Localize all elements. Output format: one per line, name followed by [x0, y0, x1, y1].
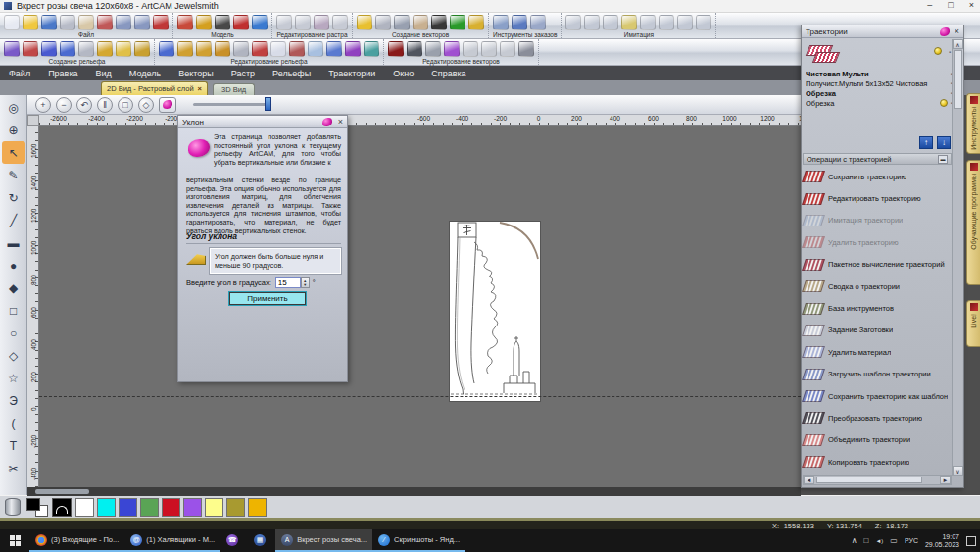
relief-paper-icon[interactable]	[270, 41, 286, 57]
vector-flash-icon[interactable]	[357, 15, 372, 30]
envelope-tool[interactable]: ◆	[2, 276, 25, 299]
previous-view-button[interactable]: ↶	[76, 97, 92, 113]
bitmap-grid-icon[interactable]	[450, 15, 466, 30]
rectangle-tool[interactable]: □	[2, 299, 25, 322]
color-swatch[interactable]	[226, 498, 245, 517]
tab-2d-view[interactable]: 2D Вид - Растровый слой ×	[101, 81, 208, 95]
relief-envelope-icon[interactable]	[233, 41, 249, 57]
color-swatch[interactable]	[205, 498, 223, 517]
nesting-icon[interactable]	[431, 15, 447, 30]
zoom-slider-thumb[interactable]	[265, 97, 271, 111]
sim-tool-icon[interactable]	[621, 15, 637, 30]
vec-trim-icon[interactable]	[500, 41, 515, 57]
new-file-icon[interactable]	[4, 15, 20, 30]
relief-blob-icon[interactable]	[23, 41, 38, 57]
menu-item[interactable]: Векторы	[170, 69, 222, 78]
zoom-slider[interactable]	[193, 103, 271, 106]
dialog-title-bar[interactable]: Уклон ×	[178, 116, 347, 128]
menu-item[interactable]: Правка	[39, 69, 86, 78]
sim-reset-icon[interactable]	[640, 15, 656, 30]
order-tool-1-icon[interactable]	[493, 15, 509, 30]
relief-facet-icon[interactable]	[326, 41, 342, 57]
vector-arc-icon[interactable]	[375, 15, 391, 30]
model-lamp-icon[interactable]	[233, 15, 249, 30]
undo-icon[interactable]	[116, 15, 131, 30]
paste-icon[interactable]	[97, 15, 113, 30]
vec-mirror-icon[interactable]	[407, 41, 422, 57]
angle-input[interactable]	[275, 277, 301, 288]
draft-wizard-button[interactable]	[159, 97, 176, 113]
vector-brush-icon[interactable]	[413, 15, 428, 30]
toolpath-item[interactable]: Чистовая Мульти ▪	[806, 69, 953, 78]
toolpath-operation[interactable]: Копировать траекторию	[804, 451, 951, 473]
toolpath-item[interactable]: Обрезка ▪	[806, 98, 953, 108]
panel-title-bar[interactable]: Траектории ×	[802, 25, 963, 38]
tab-close-icon[interactable]: ×	[198, 84, 202, 93]
color-swatch[interactable]	[75, 498, 94, 517]
collapse-button[interactable]: ▬	[938, 155, 948, 164]
vec-transform-icon[interactable]	[518, 41, 534, 57]
clock[interactable]: 19:07 29.05.2023	[925, 533, 959, 549]
vec-wrap-icon[interactable]	[425, 41, 441, 57]
open-file-icon[interactable]	[23, 15, 38, 30]
relief-stack-icon[interactable]	[134, 41, 150, 57]
color-swatch[interactable]	[140, 498, 159, 517]
toolpath-visibility-bulb[interactable]	[940, 99, 948, 107]
toolpath-operation[interactable]: Сводка о траектории	[804, 276, 951, 297]
relief-smooth-icon[interactable]	[159, 41, 174, 57]
move-up-button[interactable]: ↑	[919, 136, 933, 149]
raster-magic-icon[interactable]	[314, 15, 329, 30]
polygon-tool[interactable]: ◇	[2, 344, 25, 367]
relief-star-icon[interactable]	[41, 41, 57, 57]
toolpath-operation[interactable]: Сохранить траекторию как шаблон	[804, 385, 951, 407]
taskbar-artcam[interactable]: A Вкрест розы свеча...	[275, 529, 372, 552]
model-sphere-icon[interactable]	[252, 15, 268, 30]
vector-snip-icon[interactable]	[394, 15, 410, 30]
line-tool[interactable]: ╱	[2, 209, 25, 231]
sim-run-icon[interactable]	[584, 15, 600, 30]
taskbar-chrome[interactable]: (3) Входящие - По...	[29, 529, 124, 552]
keyboard-icon[interactable]: ▭	[890, 536, 898, 545]
raster-fill-icon[interactable]	[295, 15, 311, 30]
scroll-up-icon[interactable]: ∧	[953, 39, 963, 49]
relief-sphere-icon[interactable]	[345, 41, 361, 57]
model-gold-icon[interactable]	[196, 15, 212, 30]
canvas-horizontal-scrollbar[interactable]	[27, 487, 801, 496]
scrollbar-thumb[interactable]	[816, 477, 922, 483]
taskbar-viber[interactable]: ☎	[220, 529, 248, 552]
shape-preview-swatch[interactable]	[52, 498, 72, 517]
sim-block-icon[interactable]	[565, 15, 581, 30]
toolpath-operation[interactable]: Имитация траектории	[804, 210, 951, 231]
taskbar-mail[interactable]: @ (1) Халявщики - М...	[124, 529, 220, 552]
panel-vertical-scrollbar[interactable]: ∧ ∨	[952, 39, 962, 476]
toolpath-visibility-bulb[interactable]	[934, 47, 942, 55]
cut-icon[interactable]	[60, 15, 75, 30]
model-photo-icon[interactable]	[215, 15, 230, 30]
relief-spin3-icon[interactable]	[215, 41, 230, 57]
toolpath-operation[interactable]: Загрузить шаблон траектории	[804, 364, 951, 385]
minimize-button[interactable]: –	[927, 0, 932, 10]
tab-3d-view[interactable]: 3D Вид	[213, 83, 255, 95]
menu-item[interactable]: Файл	[0, 69, 39, 78]
sim-save-icon[interactable]	[659, 15, 674, 30]
view-globe-icon[interactable]: ⊕	[2, 119, 25, 141]
relief-spin1-icon[interactable]	[177, 41, 193, 57]
view-2d-icon[interactable]: ◎	[2, 96, 25, 119]
scroll-down-icon[interactable]: ∨	[953, 466, 963, 476]
toolpath-operation[interactable]: Задание Заготовки	[804, 320, 951, 341]
relief-weave-icon[interactable]	[97, 41, 113, 57]
toolpath-operation[interactable]: Преобразовать траекторию	[804, 407, 951, 428]
transform-tool[interactable]: ↻	[2, 186, 25, 209]
toolpath-operation[interactable]: Редактировать траекторию	[804, 187, 951, 209]
redo-icon[interactable]	[134, 15, 150, 30]
toolpath-operation[interactable]: Сохранить траекторию	[804, 166, 951, 187]
angle-spinner[interactable]: ▲ ▼	[301, 277, 310, 288]
select-tool[interactable]: ↖	[2, 141, 25, 164]
gold-blob-icon[interactable]	[468, 15, 484, 30]
edit-pencil-icon[interactable]	[153, 15, 169, 30]
maximize-button[interactable]: □	[948, 0, 953, 10]
menu-item[interactable]: Траектории	[319, 69, 384, 78]
toolpath-operation[interactable]: База инструментов	[804, 297, 951, 319]
save-icon[interactable]	[41, 15, 57, 30]
move-down-button[interactable]: ↓	[937, 136, 951, 149]
